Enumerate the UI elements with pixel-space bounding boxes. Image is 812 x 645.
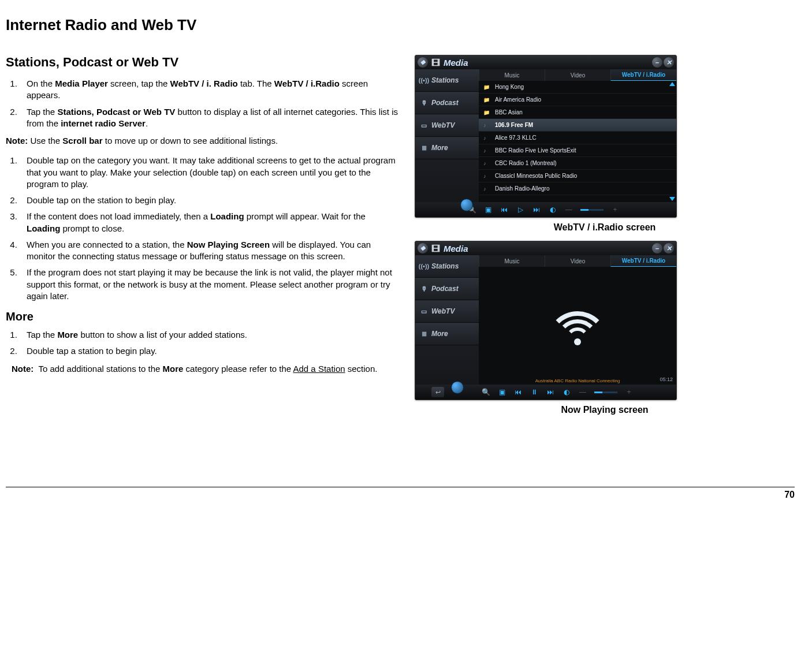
media-tabs: MusicVideoWebTV / i.Radio [479,69,676,81]
back-button[interactable]: ↩ [431,387,444,397]
volume-slider[interactable] [580,209,604,211]
vol-up-icon[interactable]: + [610,206,620,214]
jog-knob[interactable] [451,381,464,394]
loop-icon[interactable]: ◐ [562,388,571,396]
caption-nowplaying: Now Playing screen [415,405,795,415]
next-icon[interactable]: ⏭ [546,388,555,396]
station-row[interactable]: ♪BBC Radio Five Live SportsExit [479,144,676,157]
film-icon: 🎞 [431,58,440,68]
sidebar-item-more[interactable]: ≣More [415,323,479,345]
window-title: Media [444,244,468,253]
stop-icon[interactable]: ▣ [497,388,506,396]
prev-icon[interactable]: ⏮ [513,388,523,396]
sidebar-item-label: WebTV [431,121,455,129]
station-row[interactable]: 📁Hong Kong [479,81,676,94]
steps-list: Double tap on the category you want. It … [6,155,398,302]
scroll-bar[interactable] [669,82,675,201]
list-item: Double tap on the category you want. It … [20,155,398,190]
audio-icon: ♪ [483,135,490,141]
station-list[interactable]: 📁Hong Kong📁Air America Radio📁BBC Asian♪1… [479,81,676,202]
media-sidebar: ((•))Stations🎙Podcast▭WebTV≣More [415,255,479,385]
station-label: Danish Radio-Allegro [495,185,550,192]
play-icon[interactable]: ▷ [516,206,525,214]
prev-icon[interactable]: ⏮ [500,206,509,214]
minimize-button[interactable]: – [652,57,662,68]
screenshot-nowplaying: ❖ 🎞 Media – ✕ ((•))Stations🎙Podcast▭WebT… [415,241,677,400]
tab-music[interactable]: Music [479,255,545,267]
station-row[interactable]: ♪Classicl Minnesota Public Radio [479,170,676,182]
audio-icon: ♪ [483,122,490,128]
folder-icon: 📁 [483,110,490,115]
sidebar-item-label: Podcast [431,285,459,293]
station-label: BBC Asian [495,109,523,115]
sidebar-item-podcast[interactable]: 🎙Podcast [415,278,479,300]
search-icon[interactable]: 🔍 [481,388,490,396]
station-row[interactable]: 📁BBC Asian [479,106,676,119]
more-list: Tap the More button to show a list of yo… [6,329,398,357]
list-item: When you are connected to a station, the… [20,239,398,263]
loop-icon[interactable]: ◐ [548,206,557,214]
sidebar-item-more[interactable]: ≣More [415,137,479,159]
tab-webtv-i-radio[interactable]: WebTV / i.Radio [610,69,676,81]
sidebar-item-label: More [431,144,448,152]
station-label: Hong Kong [495,84,524,90]
tab-music[interactable]: Music [479,69,545,81]
minimize-button[interactable]: – [652,243,662,253]
tab-webtv-i-radio[interactable]: WebTV / i.Radio [610,255,676,267]
sidebar-item-label: WebTV [431,307,455,315]
scroll-up-icon[interactable] [669,82,675,86]
webtv-icon: ▭ [420,307,428,315]
note-add-station: Note: To add additional stations to the … [6,363,398,375]
tab-video[interactable]: Video [545,69,610,81]
next-icon[interactable]: ⏭ [532,206,541,214]
sidebar-item-podcast[interactable]: 🎙Podcast [415,92,479,114]
station-row[interactable]: ♪Danish Radio-Allegro [479,182,676,195]
sidebar-item-stations[interactable]: ((•))Stations [415,255,479,278]
media-sidebar: ((•))Stations🎙Podcast▭WebTV≣More [415,69,479,202]
volume-slider[interactable] [594,392,617,393]
scroll-down-icon[interactable] [669,197,675,201]
pause-icon[interactable]: ⏸ [530,388,539,396]
close-button[interactable]: ✕ [664,243,674,253]
vol-up-icon[interactable]: + [624,388,634,396]
station-row[interactable]: 📁Air America Radio [479,94,676,106]
player-toolbar: 🔍 ▣ ⏮ ▷ ⏭ ◐ — + [415,202,676,217]
sidebar-item-stations[interactable]: ((•))Stations [415,69,479,92]
page-title: Internet Radio and Web TV [6,16,795,34]
station-row[interactable]: ♪Alice 97.3 KLLC [479,132,676,144]
list-item: Tap the More button to show a list of yo… [20,329,398,341]
list-item: On the Media Player screen, tap the WebT… [20,78,398,102]
sidebar-item-label: Podcast [431,99,459,107]
station-label: BBC Radio Five Live SportsExit [495,147,576,154]
station-row[interactable]: ♪CBC Radio 1 (Montreal) [479,157,676,170]
folder-icon: 📁 [483,84,490,90]
vol-down-icon[interactable]: — [564,206,573,214]
more-icon: ≣ [420,330,428,338]
close-button[interactable]: ✕ [664,57,674,68]
timecode: 05:12 [660,376,673,382]
vol-down-icon[interactable]: — [578,388,587,396]
now-playing-area: 05:12 Australia ABC Radio National Conne… [479,267,676,385]
tab-video[interactable]: Video [545,255,610,267]
audio-icon: ♪ [483,161,490,166]
sidebar-item-label: More [431,330,448,338]
window-title: Media [444,58,468,68]
media-tabs: MusicVideoWebTV / i.Radio [479,255,676,267]
webtv-icon: ▭ [420,121,428,129]
sidebar-item-webtv[interactable]: ▭WebTV [415,300,479,323]
station-label: Classicl Minnesota Public Radio [495,173,577,179]
podcast-icon: 🎙 [420,99,428,107]
status-text: Australia ABC Radio National Connecting [535,378,620,383]
stop-icon[interactable]: ▣ [483,206,493,214]
list-item: Double tap on the station to begin play. [20,195,398,206]
film-icon: 🎞 [431,244,440,253]
station-row[interactable]: ♪106.9 Free FM [479,119,676,132]
jog-knob[interactable] [460,199,473,211]
stations-icon: ((•)) [420,262,428,270]
stations-icon: ((•)) [420,76,428,84]
sidebar-item-webtv[interactable]: ▭WebTV [415,114,479,137]
more-icon: ≣ [420,144,428,152]
intro-list: On the Media Player screen, tap the WebT… [6,78,398,129]
sidebar-item-label: Stations [431,262,459,270]
app-icon: ❖ [418,243,428,253]
